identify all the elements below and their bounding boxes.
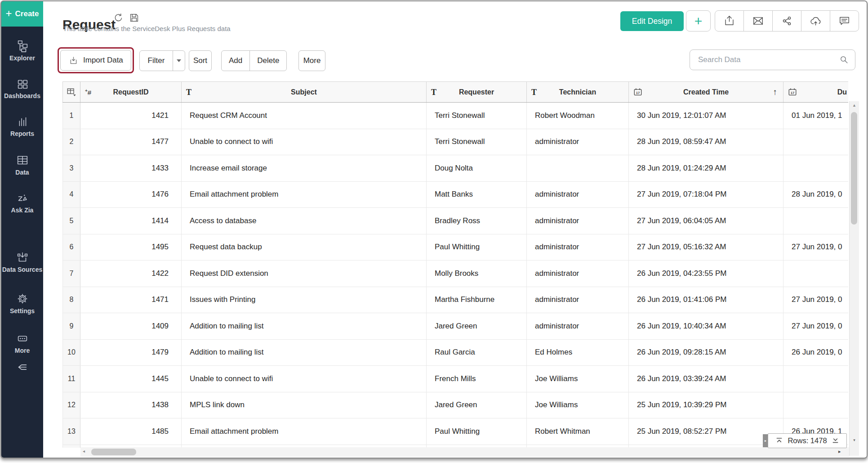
filter-dropdown-button[interactable]	[173, 51, 185, 71]
cell-created-time[interactable]: 25 Jun 2019, 10:39:29 PM	[629, 392, 783, 418]
cell-technician[interactable]: administrator	[527, 287, 629, 313]
table-row[interactable]: 4 1476 Email attachment problem Matt Ban…	[63, 181, 849, 208]
cell-created-time[interactable]: 27 Jun 2019, 07:18:04 PM	[629, 181, 783, 208]
row-number-cell[interactable]: 5	[63, 208, 80, 234]
cell-subject[interactable]: Unable to connect to wifi	[182, 129, 427, 155]
cell-requester[interactable]: Martha Fishburne	[427, 287, 527, 313]
email-button[interactable]	[743, 11, 772, 31]
column-header-subject[interactable]: T Subject	[182, 82, 427, 103]
cell-requester[interactable]: Doug Nolta	[427, 155, 527, 182]
cell-technician[interactable]: administrator	[527, 181, 629, 208]
create-button[interactable]: + Create	[1, 1, 43, 27]
table-row[interactable]: 11 1445 Unable to connect to wifi French…	[63, 366, 849, 392]
table-row[interactable]: 8 1471 Issues with Printing Martha Fishb…	[63, 287, 849, 313]
cell-requestid[interactable]: 1477	[80, 129, 182, 155]
scroll-right-arrow-icon[interactable]: ▸	[838, 449, 841, 454]
row-number-cell[interactable]: 14	[63, 445, 80, 448]
cell-requestid[interactable]: 1433	[80, 155, 182, 182]
cell-created-time[interactable]: 25 Jun 2019, 08:52:27 PM	[629, 418, 783, 445]
sidebar-item-explorer[interactable]: Explorer	[1, 39, 43, 62]
table-row[interactable]: 12 1438 MPLS link down Jared Green Joe W…	[63, 392, 849, 418]
go-to-top-icon[interactable]	[775, 437, 783, 445]
sidebar-item-reports[interactable]: Reports	[1, 115, 43, 137]
table-row[interactable]: 1 1421 Request CRM Account Terri Stonewa…	[63, 103, 849, 129]
import-data-button[interactable]: Import Data	[60, 50, 131, 71]
cell-technician[interactable]: administrator	[527, 261, 629, 287]
cell-created-time[interactable]: 30 Jun 2019, 12:01:07 AM	[629, 103, 783, 129]
row-number-cell[interactable]: 12	[63, 392, 80, 418]
sidebar-item-ask-zia[interactable]: Ask Zia	[1, 191, 43, 214]
column-header-row-selector[interactable]	[63, 82, 80, 103]
column-header-technician[interactable]: T Technician	[527, 82, 629, 103]
cell-created-time[interactable]: 26 Jun 2019, 10:40:34 AM	[629, 313, 783, 340]
cell-requester[interactable]: Terri Stonewall	[427, 103, 527, 129]
table-row[interactable]: 9 1409 Addition to mailing list Jared Gr…	[63, 313, 849, 340]
column-header-created-time[interactable]: 17 Created Time ↑	[629, 82, 783, 103]
cell-requester[interactable]: Molly Brooks	[427, 261, 527, 287]
cell-requestid[interactable]: 1476	[80, 181, 182, 208]
cell-requestid[interactable]: 1414	[80, 208, 182, 234]
cell-created-time[interactable]: 27 Jun 2019, 06:04:05 AM	[629, 208, 783, 234]
table-row[interactable]: 13 1485 Email attachment problem Paul Wh…	[63, 418, 849, 445]
cell-technician[interactable]	[527, 155, 629, 182]
cell-subject[interactable]: Increase email storage	[182, 155, 427, 182]
cell-requester[interactable]: Bradley Ross	[427, 208, 527, 234]
row-number-cell[interactable]: 8	[63, 287, 80, 313]
cell-created-time[interactable]: 27 Jun 2019, 05:16:32 AM	[629, 234, 783, 261]
scroll-up-arrow-icon[interactable]: ▲	[850, 103, 859, 108]
cell-due-time[interactable]	[783, 129, 849, 155]
add-button[interactable]: Add	[222, 51, 249, 71]
cell-technician[interactable]: administrator	[527, 313, 629, 340]
cell-subject[interactable]: Email attachment problem	[182, 418, 427, 445]
table-row[interactable]: 10 1479 Addition to mailing list Raul Ga…	[63, 339, 849, 366]
cell-requester[interactable]: Jared Green	[427, 313, 527, 340]
cell-due-time[interactable]	[783, 155, 849, 182]
cell-due-time[interactable]: 27 Jun 2019, 0	[783, 313, 849, 340]
cell-requestid[interactable]: 1471	[80, 287, 182, 313]
cell-requestid[interactable]: 1495	[80, 234, 182, 261]
column-header-requestid[interactable]: +# RequestID	[80, 82, 182, 103]
search-icon[interactable]	[839, 55, 849, 65]
row-number-cell[interactable]: 4	[63, 181, 80, 208]
cell-technician[interactable]: administrator	[527, 234, 629, 261]
cell-due-time[interactable]: 01 Jun 2019, 1	[783, 103, 849, 129]
export-button[interactable]	[715, 11, 743, 31]
comments-button[interactable]	[830, 11, 859, 31]
column-header-requester[interactable]: T Requester	[427, 82, 527, 103]
row-number-cell[interactable]: 2	[63, 129, 80, 155]
row-number-cell[interactable]: 7	[63, 261, 80, 287]
cell-created-time[interactable]: 26 Jun 2019, 09:28:15 AM	[629, 339, 783, 366]
table-row[interactable]: 6 1495 Request data backup Paul Whitting…	[63, 234, 849, 261]
go-to-bottom-icon[interactable]	[832, 437, 839, 445]
cell-technician[interactable]: administrator	[527, 129, 629, 155]
save-button[interactable]	[129, 13, 139, 25]
cell-requestid[interactable]: 1409	[80, 313, 182, 340]
scroll-left-arrow-icon[interactable]: ◂	[83, 449, 85, 454]
row-number-cell[interactable]: 1	[63, 103, 80, 129]
cell-subject[interactable]: MPLS link down	[182, 392, 427, 418]
cell-due-time[interactable]: 28 Jun 2019, 0	[783, 181, 849, 208]
table-row[interactable]: 5 1414 Access to database Bradley Ross a…	[63, 208, 849, 234]
cell-subject[interactable]: Request CRM Account	[182, 103, 427, 129]
sidebar-item-dashboards[interactable]: Dashboards	[1, 77, 43, 99]
cell-due-time[interactable]: 26 Jun 2019, 0	[783, 339, 849, 366]
row-number-cell[interactable]: 3	[63, 155, 80, 182]
row-number-cell[interactable]: 10	[63, 339, 80, 366]
vertical-scrollbar-thumb[interactable]	[851, 112, 857, 225]
more-button[interactable]: More	[298, 50, 325, 71]
cell-requestid[interactable]: 1445	[80, 366, 182, 392]
sort-button[interactable]: Sort	[189, 50, 212, 71]
cell-subject[interactable]: Unable to connect to wifi	[182, 366, 427, 392]
cell-requester[interactable]: French Mills	[427, 366, 527, 392]
cell-requester[interactable]: Matt Banks	[427, 181, 527, 208]
sidebar-item-settings[interactable]: Settings	[1, 292, 43, 315]
cell-subject[interactable]: Addition to mailing list	[182, 313, 427, 340]
table-row[interactable]: 2 1477 Unable to connect to wifi Terri S…	[63, 129, 849, 155]
cell-subject[interactable]: Email attachment problem	[182, 181, 427, 208]
search-input[interactable]	[690, 55, 839, 64]
cell-technician[interactable]: Robert Woodman	[527, 103, 629, 129]
table-row[interactable]: 7 1422 Request DID extension Molly Brook…	[63, 261, 849, 287]
scroll-down-arrow-icon[interactable]: ▾	[850, 438, 859, 442]
cell-requestid[interactable]: 1485	[80, 418, 182, 445]
table-row[interactable]: 3 1433 Increase email storage Doug Nolta…	[63, 155, 849, 182]
